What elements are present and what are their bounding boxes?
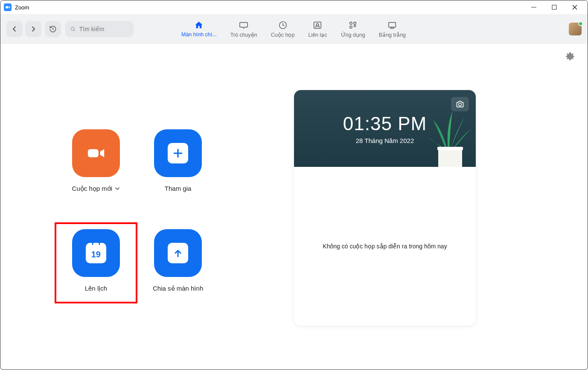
calendar-body: Không có cuộc họp sắp diễn ra trong hôm …	[294, 167, 476, 326]
tab-chat[interactable]: Trò chuyện	[224, 20, 264, 38]
minimize-button[interactable]	[530, 3, 538, 12]
svg-point-10	[350, 22, 352, 25]
new-meeting-button[interactable]	[72, 129, 120, 177]
clock-icon	[278, 20, 288, 30]
close-button[interactable]	[571, 3, 579, 12]
history-button[interactable]	[45, 21, 61, 37]
arrow-up-icon	[168, 243, 188, 263]
chevron-down-icon	[115, 186, 120, 191]
tab-apps[interactable]: Ứng dụng	[334, 20, 372, 38]
calendar-header: 01:35 PM 28 Tháng Năm 2022	[294, 90, 476, 167]
svg-rect-0	[6, 6, 9, 9]
join-button[interactable]	[154, 129, 202, 177]
plant-decoration	[420, 107, 476, 167]
search-box[interactable]	[65, 21, 134, 37]
svg-rect-8	[314, 22, 321, 29]
svg-rect-22	[438, 148, 462, 167]
presence-indicator	[578, 21, 583, 26]
titlebar: Zoom	[0, 0, 588, 14]
share-screen-label: Chia sẻ màn hình	[153, 285, 203, 292]
svg-rect-23	[437, 147, 463, 150]
contacts-icon	[312, 20, 323, 30]
svg-point-12	[350, 26, 352, 29]
video-icon	[86, 143, 106, 163]
tab-whiteboard[interactable]: Bảng trắng	[372, 20, 413, 38]
toolbar: Màn hình chí... Trò chuyện Cuộc họp Liên…	[0, 14, 588, 44]
join-action: Tham gia	[153, 129, 203, 192]
avatar[interactable]	[569, 23, 582, 35]
actions-panel: Cuộc họp mới Tham gia 1	[0, 44, 274, 370]
zoom-app-icon	[4, 3, 12, 11]
join-label: Tham gia	[165, 185, 192, 192]
share-screen-button[interactable]	[154, 229, 202, 277]
new-meeting-action: Cuộc họp mới	[71, 129, 121, 192]
apps-icon	[348, 20, 358, 30]
settings-button[interactable]	[565, 52, 575, 63]
calendar-icon: 19	[86, 243, 106, 263]
svg-rect-13	[389, 23, 396, 27]
plus-icon	[168, 143, 188, 163]
new-meeting-label[interactable]: Cuộc họp mới	[72, 185, 120, 192]
svg-point-9	[317, 23, 319, 26]
time-display: 01:35 PM	[343, 113, 427, 134]
svg-rect-2	[552, 5, 556, 9]
schedule-action: 19 Lên lịch	[71, 229, 121, 292]
share-screen-action: Chia sẻ màn hình	[153, 229, 203, 292]
tab-contacts[interactable]: Liên lạc	[301, 20, 334, 38]
chat-icon	[239, 20, 249, 30]
back-button[interactable]	[6, 21, 23, 37]
maximize-button[interactable]	[550, 3, 559, 12]
app-title: Zoom	[15, 4, 29, 11]
whiteboard-icon	[387, 20, 397, 30]
svg-line-6	[74, 30, 75, 31]
svg-point-21	[459, 103, 462, 106]
svg-rect-14	[88, 149, 99, 157]
no-meeting-text: Không có cuộc họp sắp diễn ra trong hôm …	[323, 243, 447, 250]
search-icon	[70, 26, 76, 32]
forward-button[interactable]	[25, 21, 41, 37]
home-icon	[194, 20, 204, 30]
svg-point-11	[354, 22, 356, 25]
svg-point-5	[71, 27, 74, 30]
tab-meetings[interactable]: Cuộc họp	[264, 20, 302, 38]
search-input[interactable]	[79, 26, 128, 32]
tab-home[interactable]: Màn hình chí...	[175, 20, 224, 38]
calendar-panel: 01:35 PM 28 Tháng Năm 2022 Không có cuộc…	[294, 90, 476, 370]
date-display: 28 Tháng Năm 2022	[356, 137, 414, 144]
